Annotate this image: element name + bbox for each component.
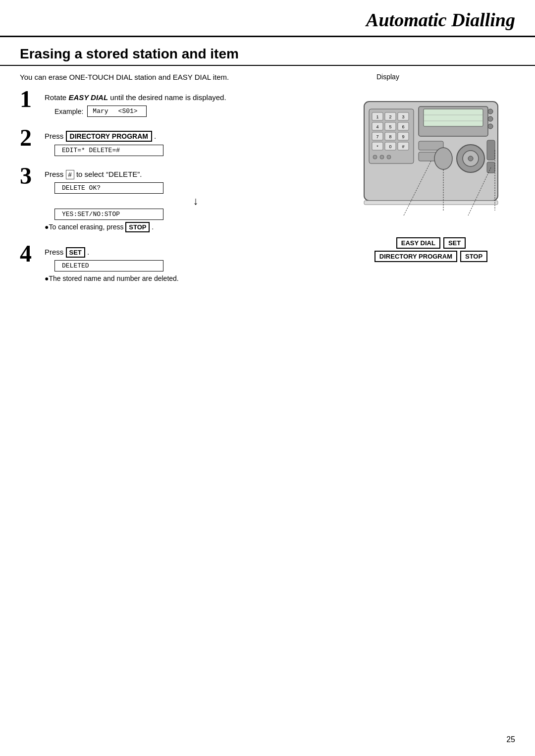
- stop-diagram-label: STOP: [460, 251, 487, 262]
- step-4-note: ●The stored name and number are deleted.: [45, 274, 337, 282]
- step-4-content: Press SET . DELETED ●The stored name and…: [45, 245, 337, 287]
- step-3-note: ●To cancel erasing, press STOP .: [45, 223, 337, 231]
- svg-text:7: 7: [376, 134, 378, 139]
- svg-point-5: [488, 109, 493, 114]
- fax-machine-diagram: 1 2 3 4 5 6 7 8 9 * 0 #: [354, 82, 508, 235]
- svg-text:#: #: [402, 144, 404, 149]
- step-2-text: Press DIRECTORY PROGRAM .: [45, 131, 337, 142]
- step-3-number: 3: [20, 164, 39, 188]
- step-4-display: DELETED: [54, 260, 163, 271]
- step-2-number: 2: [20, 126, 39, 150]
- step-3-text: Press # to select “DELETE”.: [45, 169, 337, 179]
- example-label: Example:: [54, 108, 83, 115]
- step-2: 2 Press DIRECTORY PROGRAM . EDIT=* DELET…: [20, 129, 337, 158]
- diagram-label-row2: DIRECTORY PROGRAM STOP: [347, 251, 515, 262]
- svg-text:3: 3: [402, 114, 404, 119]
- step-1: 1 Rotate EASY DIAL until the desired nam…: [20, 90, 337, 120]
- svg-rect-41: [487, 140, 495, 160]
- step-3-screen2: YES:SET/NO:STOP: [54, 209, 163, 220]
- right-column: Display 1 2 3: [347, 66, 515, 296]
- main-content: You can erase ONE-TOUCH DIAL station and…: [0, 66, 535, 296]
- example-name: Mary: [93, 108, 108, 115]
- svg-text:0: 0: [389, 144, 391, 149]
- display-label: Display: [376, 73, 515, 81]
- intro-text: You can erase ONE-TOUCH DIAL station and…: [20, 73, 337, 81]
- svg-text:2: 2: [389, 114, 391, 119]
- step-1-content: Rotate EASY DIAL until the desired name …: [45, 90, 337, 120]
- step-2-screen: EDIT=* DELETE=#: [54, 145, 337, 156]
- page-number: 25: [506, 735, 515, 744]
- step-2-display: EDIT=* DELETE=#: [54, 145, 163, 156]
- svg-text:5: 5: [389, 124, 391, 129]
- stop-button-ref: STOP: [125, 222, 150, 232]
- set-button-ref: SET: [66, 247, 85, 258]
- svg-point-7: [488, 124, 493, 129]
- arrow-down-icon: ↓: [54, 196, 337, 207]
- example-code: <S01>: [118, 108, 138, 115]
- svg-point-35: [387, 155, 391, 159]
- svg-point-40: [468, 156, 473, 161]
- example-screen: Mary <S01>: [87, 106, 147, 117]
- svg-point-43: [434, 148, 452, 169]
- svg-rect-2: [424, 109, 483, 126]
- svg-point-33: [373, 155, 377, 159]
- svg-text:*: *: [376, 144, 378, 149]
- svg-text:6: 6: [402, 124, 404, 129]
- step-4-number: 4: [20, 242, 39, 266]
- step-3-screens: DELETE OK? ↓ YES:SET/NO:STOP: [54, 182, 337, 220]
- step-1-number: 1: [20, 87, 39, 111]
- svg-rect-44: [364, 201, 498, 205]
- step-3-screen1: DELETE OK?: [54, 182, 163, 194]
- svg-point-34: [380, 155, 384, 159]
- step-4: 4 Press SET . DELETED ●The stored name a…: [20, 245, 337, 287]
- step-1-example: Example: Mary <S01>: [54, 106, 337, 117]
- easy-dial-ref: EASY DIAL: [68, 93, 108, 102]
- step-4-screen: DELETED: [54, 260, 337, 271]
- hash-key-ref: #: [66, 170, 74, 179]
- set-diagram-label: SET: [443, 237, 466, 249]
- svg-text:8: 8: [389, 134, 391, 139]
- page-title: Automatic Dialling: [366, 9, 515, 30]
- section-title: Erasing a stored station and item: [0, 37, 535, 66]
- step-1-text: Rotate EASY DIAL until the desired name …: [45, 92, 337, 103]
- page-header: Automatic Dialling: [0, 0, 535, 37]
- diagram-label-row1: EASY DIAL SET: [347, 237, 515, 249]
- step-3: 3 Press # to select “DELETE”. DELETE OK?…: [20, 167, 337, 236]
- svg-text:4: 4: [376, 124, 378, 129]
- step-2-content: Press DIRECTORY PROGRAM . EDIT=* DELETE=…: [45, 129, 337, 158]
- easy-dial-diagram-label: EASY DIAL: [396, 237, 440, 249]
- step-3-content: Press # to select “DELETE”. DELETE OK? ↓…: [45, 167, 337, 236]
- directory-program-button-ref: DIRECTORY PROGRAM: [66, 131, 152, 142]
- svg-text:9: 9: [402, 134, 404, 139]
- directory-program-diagram-label: DIRECTORY PROGRAM: [374, 251, 457, 262]
- left-column: You can erase ONE-TOUCH DIAL station and…: [20, 66, 337, 296]
- svg-text:1: 1: [376, 114, 378, 119]
- step-4-text: Press SET .: [45, 247, 337, 257]
- svg-point-6: [488, 116, 493, 121]
